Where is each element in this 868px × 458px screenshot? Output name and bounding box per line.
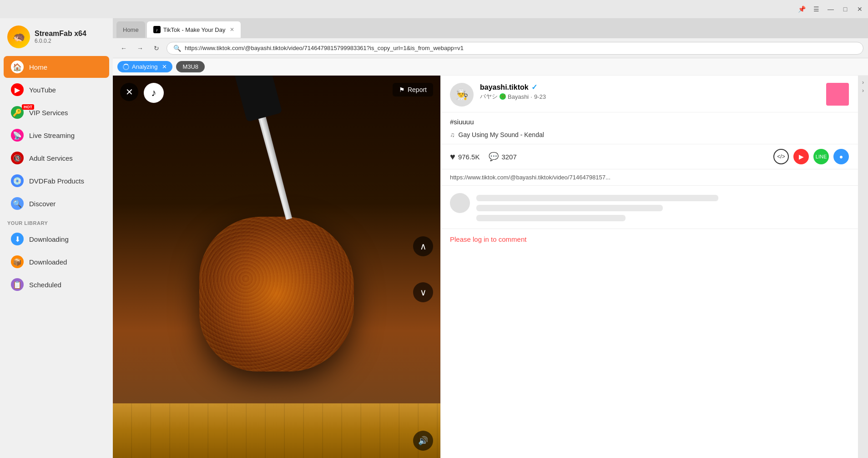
home-tab-label: Home [123,26,139,33]
creator-dot-sep: · [530,93,532,100]
creator-sub-name: バヤシ [480,92,498,101]
sidebar-item-discover[interactable]: 🔍 Discover [4,193,109,214]
title-bar: 📌 ☰ — □ ✕ [0,0,868,18]
home-label: Home [29,63,47,71]
sidebar-item-vip[interactable]: 🔑 VIP Services HOT [4,102,109,123]
main-content: Home ♪ TikTok - Make Your Day ✕ ← → ↻ 🔍 … [113,18,868,458]
pink-square-thumbnail [826,83,849,106]
dvdfab-icon: 💿 [11,174,24,187]
sidebar-item-downloading[interactable]: ⬇ Downloading [4,228,109,250]
home-icon: 🏠 [11,61,24,73]
url-bar[interactable]: 🔍 https://www.tiktok.com/@bayashi.tiktok… [167,42,863,55]
creator-verified-name: Bayashi [508,93,529,100]
video-close-button[interactable]: ✕ [120,83,138,101]
tab-close-icon[interactable]: ✕ [230,26,234,33]
edge-expand-icon[interactable]: › [862,87,864,94]
live-icon: 📡 [11,129,24,142]
pin-button[interactable]: 📌 [797,5,806,14]
video-area: ✕ ♪ ⚑ Report ∧ ∨ 🔊 [113,76,440,458]
sidebar: 🦔 StreamFab x64 6.0.0.2 🏠 Home ▶ YouTube… [0,18,113,458]
downloaded-icon: 📦 [11,255,24,268]
avatar-emoji: 👨‍🍳 [456,89,468,101]
food-texture [199,217,354,371]
scroll-up-button[interactable]: ∧ [413,236,433,256]
edge-chevron-icon[interactable]: › [862,79,864,86]
refresh-button[interactable]: ↻ [150,42,163,55]
report-button[interactable]: ⚑ Report [393,83,433,97]
scroll-down-button[interactable]: ∨ [413,282,433,302]
comment-skeleton-line-1 [476,195,718,201]
sidebar-item-dvdfab[interactable]: 💿 DVDFab Products [4,170,109,192]
sidebar-item-home[interactable]: 🏠 Home [4,56,109,78]
m3u8-button[interactable]: M3U8 [176,61,205,72]
browser-tabs: Home ♪ TikTok - Make Your Day ✕ [113,18,868,38]
app-name: StreamFab x64 [35,30,86,38]
sidebar-item-downloaded[interactable]: 📦 Downloaded [4,251,109,273]
likes-count: 976.5K [458,153,480,161]
share-green-button[interactable]: LINE [813,149,829,164]
content-area: ✕ ♪ ⚑ Report ∧ ∨ 🔊 👨‍🍳 [113,76,868,458]
volume-button[interactable]: 🔊 [413,431,433,451]
hashtag-text: #siuuuu [450,118,849,126]
comments-loading [441,186,858,229]
scheduled-label: Scheduled [29,281,61,289]
login-prompt[interactable]: Please log in to comment [441,229,858,249]
likes-stat: ♥ 976.5K [450,152,479,162]
creator-avatar: 👨‍🍳 [450,83,474,107]
analyzing-bar: Analyzing ✕ M3U8 [113,58,868,76]
tiktok-tab[interactable]: ♪ TikTok - Make Your Day ✕ [147,21,241,38]
logo-icon: 🦔 [7,25,30,48]
downloading-icon: ⬇ [11,233,24,245]
adult-label: Adult Services [29,154,73,162]
tiktok-logo-button[interactable]: ♪ [144,83,164,103]
comment-skeleton-line-2 [476,205,663,211]
creator-handle: bayashi.tiktok [480,83,529,92]
maximize-button[interactable]: □ [841,5,850,14]
address-bar: ← → ↻ 🔍 https://www.tiktok.com/@bayashi.… [113,38,868,58]
menu-button[interactable]: ☰ [812,5,821,14]
sidebar-item-live[interactable]: 📡 Live Streaming [4,124,109,146]
tiktok-logo-icon: ♪ [151,87,156,99]
sidebar-item-adult[interactable]: 🔞 Adult Services [4,147,109,169]
sidebar-item-youtube[interactable]: ▶ YouTube [4,79,109,101]
green-dot-icon: 🌿 [500,93,506,100]
flag-icon: ⚑ [399,86,405,93]
share-blue-button[interactable]: ● [833,149,849,164]
food-visual [199,217,354,371]
line-icon: LINE [816,154,827,159]
music-text: Gay Using My Sound - Kendal [459,131,544,138]
creator-name-row: bayashi.tiktok ✓ [480,83,820,92]
code-icon: </> [777,153,785,160]
sidebar-item-scheduled[interactable]: 📋 Scheduled [4,274,109,295]
minimize-button[interactable]: — [826,5,835,14]
comment-skeleton-line-3 [476,215,626,221]
logo-text: StreamFab x64 6.0.0.2 [35,30,86,44]
wooden-board [113,403,440,458]
analyzing-button[interactable]: Analyzing ✕ [117,61,172,72]
video-background [113,76,440,458]
code-action-button[interactable]: </> [773,149,789,164]
share-red-button[interactable]: ▶ [793,149,809,164]
forward-button[interactable]: → [134,42,146,55]
music-info: ♫ Gay Using My Sound - Kendal [441,129,858,144]
analyzing-spinner [123,64,129,70]
creator-date: 9-23 [534,93,546,100]
creator-info: bayashi.tiktok ✓ バヤシ 🌿 Bayashi · 9-23 [480,83,820,101]
dvdfab-label: DVDFab Products [29,177,84,185]
close-button[interactable]: ✕ [855,5,864,14]
youtube-label: YouTube [29,86,56,94]
home-tab[interactable]: Home [116,21,145,38]
analyzing-close-icon[interactable]: ✕ [162,63,167,70]
tiktok-tab-icon: ♪ [153,26,161,33]
share-red-icon: ▶ [799,153,804,160]
back-button[interactable]: ← [117,42,130,55]
downloaded-label: Downloaded [29,258,67,266]
verified-icon: ✓ [531,83,537,92]
tiktok-tab-label: TikTok - Make Your Day [163,26,226,33]
music-note-icon: ♫ [450,131,455,138]
comment-bubble-icon: 💬 [489,152,499,162]
app-logo: 🦔 StreamFab x64 6.0.0.2 [0,22,113,56]
adult-icon: 🔞 [11,152,24,164]
heart-icon: ♥ [450,152,455,162]
downloading-label: Downloading [29,235,69,243]
